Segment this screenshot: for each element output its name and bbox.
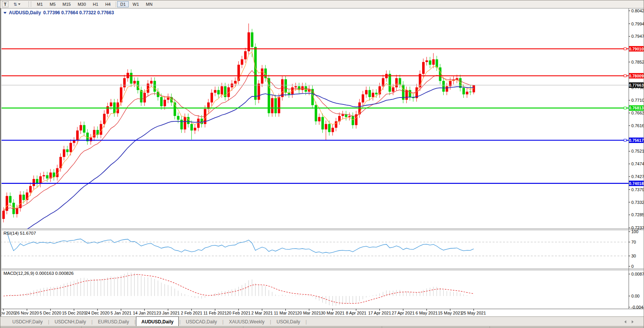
svg-text:30: 30: [631, 254, 636, 258]
svg-text:100: 100: [631, 229, 638, 234]
svg-text:0.77663: 0.77663: [629, 83, 644, 87]
svg-text:0.78520: 0.78520: [631, 60, 644, 64]
svg-text:14 Jan 2021: 14 Jan 2021: [133, 311, 156, 315]
svg-text:70: 70: [631, 240, 636, 244]
svg-text:15 May 2021: 15 May 2021: [438, 311, 463, 315]
svg-text:-0.004455: -0.004455: [631, 305, 644, 309]
svg-text:17 Nov 2020: 17 Nov 2020: [0, 311, 15, 315]
chart-canvas[interactable]: .ax{font:11px "Liberation Sans",sans-ser…: [0, 0, 644, 316]
svg-text:0.76160: 0.76160: [631, 123, 644, 128]
candlesticks: [2, 24, 475, 222]
svg-text:0.74740: 0.74740: [631, 161, 644, 166]
chart-title: AUDUSD,Daily 0.77396 0.77664 0.77322 0.7…: [3, 10, 114, 15]
timeframe-button-m15[interactable]: M15: [59, 1, 74, 7]
timeframe-button-m1[interactable]: M1: [34, 1, 46, 7]
timeframe-button-h1[interactable]: H1: [90, 1, 101, 7]
svg-text:30 Mar 2021: 30 Mar 2021: [321, 311, 345, 315]
svg-text:27 Apr 2021: 27 Apr 2021: [392, 311, 414, 315]
timeframe-button-h4[interactable]: H4: [102, 1, 114, 7]
symbol-tab-bar: USDCHF,Daily|USDCNH,Daily|EURUSD,Daily|A…: [0, 316, 644, 326]
svg-text:2 Feb 2021: 2 Feb 2021: [181, 311, 202, 315]
chart-ohlc-values: 0.77396 0.77664 0.77322 0.77663: [43, 10, 114, 15]
svg-text:0.75210: 0.75210: [631, 149, 644, 153]
tabs-scroll-left-icon[interactable]: [624, 320, 626, 323]
svg-text:0.80420: 0.80420: [631, 8, 644, 13]
timeframe-button-d1[interactable]: D1: [117, 1, 129, 7]
timeframe-button-m30[interactable]: M30: [75, 1, 89, 7]
toolbar: T ⇅ M1M5M15M30H1H4D1W1MN: [0, 0, 644, 8]
svg-text:0.74270: 0.74270: [631, 174, 644, 179]
symbol-tabs: USDCHF,Daily|USDCNH,Daily|EURUSD,Daily|A…: [0, 317, 307, 326]
svg-text:0.74018: 0.74018: [629, 181, 644, 186]
macd-histogram: [3, 272, 474, 306]
timeframe-button-w1[interactable]: W1: [129, 1, 142, 7]
tab-usdcad[interactable]: USDCAD,Daily: [181, 318, 222, 326]
trading-app-window: T ⇅ M1M5M15M30H1H4D1W1MN .ax{font:11px "…: [0, 0, 644, 328]
svg-text:24 Dec 2020: 24 Dec 2020: [86, 311, 109, 315]
svg-text:6 May 2021: 6 May 2021: [416, 311, 438, 315]
chart-style-button[interactable]: ⇅: [9, 1, 25, 8]
svg-text:17 Apr 2021: 17 Apr 2021: [368, 311, 391, 315]
svg-text:0.008782: 0.008782: [631, 272, 644, 276]
tab-usdchf[interactable]: USDCHF,Daily: [7, 318, 48, 326]
svg-text:5 Jan 2021: 5 Jan 2021: [111, 311, 131, 315]
svg-text:0.79940: 0.79940: [631, 22, 644, 26]
svg-text:25 May 2021: 25 May 2021: [461, 311, 486, 315]
svg-text:0.72850: 0.72850: [631, 212, 644, 217]
svg-text:26 Nov 2020: 26 Nov 2020: [15, 311, 39, 315]
svg-text:0.00: 0.00: [631, 294, 639, 298]
tab-scroll-controls: [624, 317, 634, 326]
chart-symbol-label: AUDUSD,Daily: [9, 10, 41, 15]
svg-text:5 Dec 2020: 5 Dec 2020: [40, 311, 61, 315]
horizontal-price-levels[interactable]: 0.790100.780090.768130.756170.74018: [0, 46, 644, 186]
svg-text:0.79470: 0.79470: [631, 34, 644, 39]
svg-text:0.76813: 0.76813: [629, 106, 644, 110]
timeframe-button-mn[interactable]: MN: [143, 1, 156, 7]
chart-style-icon: ⇅: [13, 2, 17, 7]
svg-text:0.73320: 0.73320: [631, 200, 644, 205]
svg-text:0: 0: [631, 264, 634, 269]
rsi-line: [7, 232, 474, 253]
svg-text:0.77100: 0.77100: [631, 98, 644, 103]
macd-indicator-label: MACD(12,26,9) 0.000163 0.000826: [3, 271, 74, 276]
svg-text:20 Mar 2021: 20 Mar 2021: [297, 311, 321, 315]
svg-text:0.78009: 0.78009: [629, 74, 644, 78]
svg-text:0.79010: 0.79010: [629, 47, 644, 51]
toolbar-grip: [29, 2, 31, 7]
chart-surface[interactable]: .ax{font:11px "Liberation Sans",sans-ser…: [0, 0, 644, 316]
svg-text:0.76630: 0.76630: [631, 111, 644, 115]
svg-text:11 Mar 2021: 11 Mar 2021: [274, 311, 297, 315]
svg-text:20 Feb 2021: 20 Feb 2021: [227, 311, 251, 315]
svg-text:2 Mar 2021: 2 Mar 2021: [252, 311, 273, 315]
svg-text:11 Feb 2021: 11 Feb 2021: [203, 311, 227, 315]
chevron-down-icon: [18, 3, 20, 5]
tab-audusd[interactable]: AUDUSD,Daily: [136, 316, 179, 327]
tab-xauusd[interactable]: XAUUSD,Weekly: [224, 318, 269, 326]
status-strip: [0, 326, 644, 328]
text-tool-button[interactable]: T: [2, 1, 8, 7]
tab-separator: |: [305, 319, 307, 325]
tab-usoil[interactable]: USOil,Daily: [272, 318, 305, 326]
collapse-triangle-icon: [3, 12, 7, 14]
rsi-indicator-label: RSI(14) 51.6707: [3, 231, 36, 235]
timeframe-button-m5[interactable]: M5: [47, 1, 59, 7]
tab-eurusd[interactable]: EURUSD,Daily: [93, 318, 134, 326]
svg-text:0.75617: 0.75617: [629, 138, 644, 143]
svg-text:0.73790: 0.73790: [631, 187, 644, 192]
svg-text:8 Apr 2021: 8 Apr 2021: [346, 311, 366, 315]
svg-text:15 Dec 2020: 15 Dec 2020: [62, 311, 86, 315]
timeframe-toolbar: M1M5M15M30H1H4D1W1MN: [34, 1, 156, 7]
svg-text:23 Jan 2021: 23 Jan 2021: [156, 311, 180, 315]
tab-usdcnh[interactable]: USDCNH,Daily: [50, 318, 91, 326]
tabs-scroll-right-icon[interactable]: [632, 320, 634, 323]
window-left-border: [0, 8, 2, 316]
